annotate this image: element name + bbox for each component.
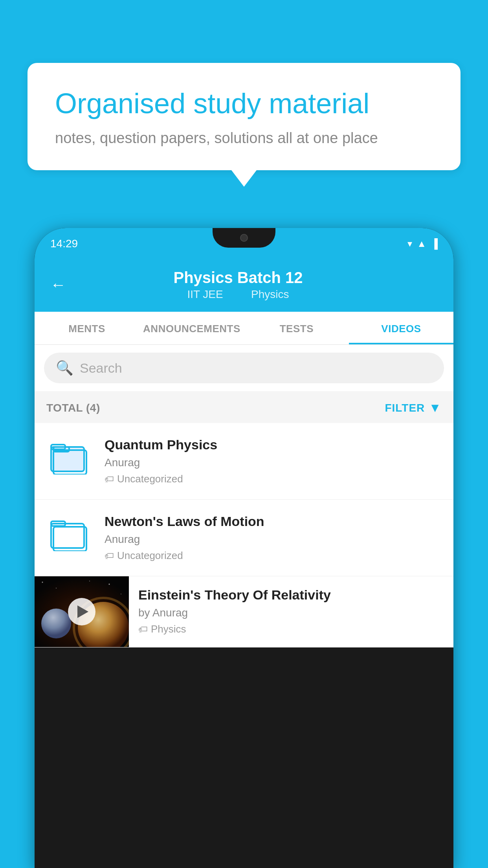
folder-thumbnail bbox=[46, 514, 94, 553]
video-tag: 🏷 Physics bbox=[138, 623, 444, 635]
list-item[interactable]: Einstein's Theory Of Relativity by Anura… bbox=[35, 576, 453, 647]
tag-icon: 🏷 bbox=[138, 624, 148, 635]
list-item[interactable]: Quantum Physics Anurag 🏷 Uncategorized bbox=[35, 423, 453, 500]
header-title-block: Physics Batch 12 IIT JEE Physics bbox=[78, 269, 398, 301]
header-title: Physics Batch 12 bbox=[78, 269, 398, 287]
tag-label: Uncategorized bbox=[117, 550, 183, 562]
tab-announcements[interactable]: ANNOUNCEMENTS bbox=[139, 312, 244, 344]
svg-point-10 bbox=[56, 588, 57, 588]
video-title: Quantum Physics bbox=[105, 437, 442, 452]
video-tag: 🏷 Uncategorized bbox=[105, 473, 442, 485]
video-author: Anurag bbox=[105, 533, 442, 546]
folder-thumbnail bbox=[46, 437, 94, 476]
svg-point-13 bbox=[89, 581, 90, 581]
svg-point-11 bbox=[109, 584, 110, 585]
svg-point-12 bbox=[121, 594, 121, 594]
svg-point-16 bbox=[41, 609, 71, 638]
phone-camera bbox=[240, 234, 248, 242]
header-subtitle: IIT JEE Physics bbox=[78, 288, 398, 301]
filter-row: TOTAL (4) FILTER ▼ bbox=[35, 391, 453, 423]
bubble-arrow bbox=[231, 170, 257, 187]
video-title: Einstein's Theory Of Relativity bbox=[138, 587, 444, 603]
tabs-bar: MENTS ANNOUNCEMENTS TESTS VIDEOS bbox=[35, 312, 453, 345]
search-bar[interactable]: 🔍 Search bbox=[44, 353, 444, 383]
phone-notch bbox=[213, 228, 275, 248]
tag-label: Uncategorized bbox=[117, 473, 183, 485]
total-count: TOTAL (4) bbox=[46, 402, 100, 414]
search-bar-wrapper: 🔍 Search bbox=[35, 345, 453, 391]
status-icons: ▾ ▲ ▐ bbox=[407, 238, 438, 249]
phone-mockup: 14:29 ▾ ▲ ▐ ← Physics Batch 12 IIT JEE P… bbox=[35, 228, 453, 868]
filter-label: FILTER bbox=[385, 402, 425, 414]
video-info: Newton's Laws of Motion Anurag 🏷 Uncateg… bbox=[105, 514, 442, 562]
video-info: Einstein's Theory Of Relativity by Anura… bbox=[129, 576, 453, 646]
wifi-icon: ▾ bbox=[407, 238, 412, 249]
video-info: Quantum Physics Anurag 🏷 Uncategorized bbox=[105, 437, 442, 485]
search-input[interactable]: Search bbox=[80, 360, 122, 376]
tag-icon: 🏷 bbox=[105, 550, 114, 561]
filter-icon: ▼ bbox=[429, 401, 442, 415]
folder-icon bbox=[50, 516, 90, 551]
bubble-subtitle: notes, question papers, solutions all at… bbox=[55, 130, 433, 147]
tab-tests[interactable]: TESTS bbox=[244, 312, 349, 344]
back-button[interactable]: ← bbox=[50, 276, 66, 294]
speech-bubble-section: Organised study material notes, question… bbox=[28, 63, 460, 187]
tab-ments[interactable]: MENTS bbox=[35, 312, 139, 344]
video-author: by Anurag bbox=[138, 607, 444, 619]
video-title: Newton's Laws of Motion bbox=[105, 514, 442, 529]
filter-button[interactable]: FILTER ▼ bbox=[385, 401, 442, 415]
tag-icon: 🏷 bbox=[105, 474, 114, 485]
signal-icon: ▲ bbox=[417, 238, 426, 249]
bubble-title: Organised study material bbox=[55, 86, 433, 120]
video-author: Anurag bbox=[105, 456, 442, 469]
status-time: 14:29 bbox=[50, 237, 78, 250]
status-bar: 14:29 ▾ ▲ ▐ bbox=[35, 228, 453, 259]
search-icon: 🔍 bbox=[56, 360, 73, 376]
battery-icon: ▐ bbox=[431, 238, 438, 249]
play-icon bbox=[77, 605, 88, 618]
video-list: Quantum Physics Anurag 🏷 Uncategorized N… bbox=[35, 423, 453, 647]
header-subtitle-right: Physics bbox=[251, 288, 289, 300]
folder-icon bbox=[50, 439, 90, 474]
video-tag: 🏷 Uncategorized bbox=[105, 550, 442, 562]
header-subtitle-sep bbox=[236, 288, 242, 300]
speech-bubble-card: Organised study material notes, question… bbox=[28, 63, 460, 170]
list-item[interactable]: Newton's Laws of Motion Anurag 🏷 Uncateg… bbox=[35, 500, 453, 576]
video-thumbnail bbox=[35, 576, 129, 647]
tab-videos[interactable]: VIDEOS bbox=[349, 312, 453, 344]
app-header: ← Physics Batch 12 IIT JEE Physics bbox=[35, 259, 453, 312]
play-button[interactable] bbox=[68, 598, 95, 625]
tag-label: Physics bbox=[151, 623, 186, 635]
header-subtitle-left: IIT JEE bbox=[187, 288, 223, 300]
svg-point-9 bbox=[42, 582, 43, 583]
